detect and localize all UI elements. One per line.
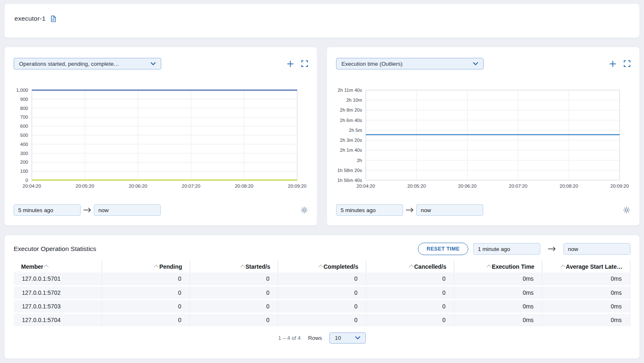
x-tick-label: 20:06:20 <box>129 184 147 189</box>
fullscreen-button[interactable] <box>301 60 308 67</box>
page-title: executor-1 <box>14 15 45 22</box>
time-from-input[interactable] <box>336 204 403 216</box>
y-tick-label: 2h 8m 20s <box>340 107 362 112</box>
chevron-down-icon <box>355 336 360 339</box>
y-tick-label: 0 <box>26 178 28 183</box>
fullscreen-button[interactable] <box>624 60 630 67</box>
time-to-input[interactable] <box>416 204 483 216</box>
operations-chart-panel: Operations started, pending, complete… 1… <box>4 47 317 226</box>
column-header-cancelled[interactable]: Cancelled/s <box>366 261 454 272</box>
y-tick-label: 500 <box>20 133 28 138</box>
value-cell: 0 <box>366 299 454 313</box>
member-cell: 127.0.0.1:5703 <box>14 299 102 313</box>
arrow-right-icon <box>548 246 556 251</box>
page-range: 1 – 4 of 4 <box>278 335 301 341</box>
table-row: 127.0.0.1:570400000ms0ms <box>14 313 630 327</box>
arrow-right-icon <box>83 208 91 213</box>
y-tick-label: 2h 3m 20s <box>340 138 362 143</box>
x-axis: 20:04:2020:05:2020:06:2020:07:2020:08:20… <box>366 180 620 190</box>
column-header-pending[interactable]: Pending <box>102 261 190 272</box>
sort-caret-icon <box>561 265 565 269</box>
plus-icon <box>609 60 616 67</box>
column-header-started[interactable]: Started/s <box>190 261 278 272</box>
x-tick-label: 20:08:20 <box>560 184 578 189</box>
time-to-input[interactable] <box>563 243 630 255</box>
y-tick-label: 900 <box>20 97 28 102</box>
table-row: 127.0.0.1:570300000ms0ms <box>14 299 630 313</box>
value-cell: 0 <box>190 299 278 313</box>
time-from-input[interactable] <box>473 243 540 255</box>
value-cell: 0 <box>102 286 190 299</box>
plus-icon <box>287 60 294 67</box>
y-tick-label: 2h 11m 40s <box>338 88 362 93</box>
chart-settings-button[interactable] <box>301 206 308 214</box>
arrow-right-icon <box>405 208 414 213</box>
value-cell: 0ms <box>454 299 542 313</box>
plot-area <box>32 90 297 180</box>
chart-actions <box>287 60 308 67</box>
y-tick-label: 2h 5m <box>349 128 362 133</box>
value-cell: 0ms <box>454 313 542 327</box>
page-header: executor-1 <box>4 3 640 38</box>
rows-per-page-label: Rows <box>308 335 322 341</box>
chart-time-controls <box>336 204 630 216</box>
sort-caret-icon <box>318 265 323 269</box>
time-to-input[interactable] <box>94 204 161 216</box>
y-tick-label: 1h 56m 40s <box>337 178 362 183</box>
column-label: Started/s <box>246 263 270 270</box>
table-header-row: Member Pending Started/s Completed/s Can… <box>14 261 630 272</box>
fullscreen-icon <box>624 60 630 67</box>
operations-chart <box>32 90 297 180</box>
statistics-table: Member Pending Started/s Completed/s Can… <box>14 261 630 327</box>
sort-caret-icon <box>409 265 413 269</box>
column-header-average-start-latency[interactable]: Average Start Late… <box>542 261 630 272</box>
add-chart-button[interactable] <box>609 60 616 67</box>
value-cell: 0ms <box>542 299 630 313</box>
x-tick-label: 20:04:20 <box>357 184 375 189</box>
y-tick-label: 400 <box>20 142 28 147</box>
x-tick-label: 20:09:20 <box>288 184 307 189</box>
y-tick-label: 700 <box>20 115 28 119</box>
x-tick-label: 20:07:20 <box>182 184 200 189</box>
column-label: Execution Time <box>492 263 534 270</box>
y-tick-label: 600 <box>20 124 28 129</box>
chart-area: 1,0009008007006005004003002001000 20:04:… <box>14 90 297 190</box>
y-tick-label: 2h 6m 40s <box>340 118 362 123</box>
metric-selector[interactable]: Execution time (Outliers) <box>336 58 484 69</box>
execution-time-chart-panel: Execution time (Outliers) 2h 11m 40s2h 1… <box>327 47 640 226</box>
metric-selector[interactable]: Operations started, pending, complete… <box>14 58 161 69</box>
stats-header: Executor Operation Statistics RESET TIME <box>14 243 630 255</box>
chevron-down-icon <box>150 62 156 65</box>
table-row: 127.0.0.1:570200000ms0ms <box>14 286 630 299</box>
chart-time-controls <box>14 204 308 216</box>
column-label: Completed/s <box>324 263 358 270</box>
y-tick-label: 1h 58m 20s <box>337 168 362 173</box>
value-cell: 0 <box>278 313 366 327</box>
x-tick-label: 20:07:20 <box>509 184 527 189</box>
chart-actions <box>609 60 630 67</box>
value-cell: 0ms <box>454 272 542 286</box>
sort-caret-icon <box>154 265 159 269</box>
plot-area <box>366 90 620 180</box>
table-row: 127.0.0.1:570100000ms0ms <box>14 272 630 286</box>
chevron-down-icon <box>473 62 478 65</box>
value-cell: 0ms <box>542 272 630 286</box>
sort-caret-icon <box>240 265 245 269</box>
stats-title: Executor Operation Statistics <box>14 245 96 253</box>
column-header-completed[interactable]: Completed/s <box>278 261 366 272</box>
x-tick-label: 20:05:20 <box>407 184 426 189</box>
column-header-execution-time[interactable]: Execution Time <box>454 261 542 272</box>
metric-selector-label: Execution time (Outliers) <box>341 61 403 67</box>
add-chart-button[interactable] <box>287 60 294 67</box>
value-cell: 0 <box>102 313 190 327</box>
y-tick-label: 2h 1m 40s <box>340 148 362 153</box>
time-from-input[interactable] <box>14 204 81 216</box>
chart-settings-button[interactable] <box>623 206 630 214</box>
reset-time-button[interactable]: RESET TIME <box>418 243 468 255</box>
column-header-member[interactable]: Member <box>14 261 102 272</box>
executor-statistics-panel: Executor Operation Statistics RESET TIME… <box>4 235 640 359</box>
value-cell: 0ms <box>542 286 630 299</box>
document-icon[interactable] <box>50 15 57 22</box>
rows-per-page-select[interactable]: 10 <box>329 332 366 344</box>
y-tick-label: 200 <box>20 160 28 165</box>
